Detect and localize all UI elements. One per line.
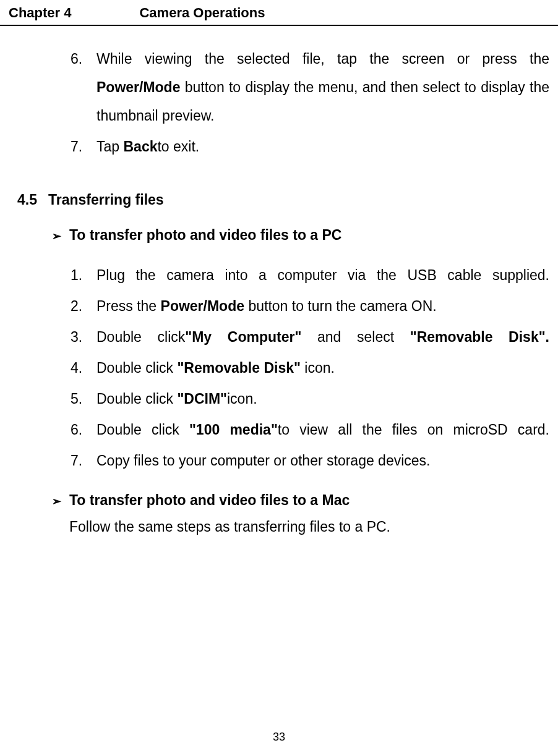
list-item: 7. Copy files to your computer or other … — [71, 446, 549, 475]
text-fragment: Tap — [97, 138, 123, 155]
subsection-title: To transfer photo and video files to a M… — [69, 492, 350, 509]
page-number: 33 — [0, 731, 558, 744]
list-item: 2. Press the Power/Mode button to turn t… — [71, 292, 549, 320]
list-item: 6. While viewing the selected file, tap … — [71, 45, 549, 130]
list-item: 1. Plug the camera into a computer via t… — [71, 261, 549, 289]
section-heading: 4.5 Transferring files — [17, 192, 549, 208]
list-number: 7. — [71, 446, 97, 475]
bold-text: "Removable Disk". — [410, 329, 549, 345]
list-number: 3. — [71, 323, 97, 351]
subsection-title: To transfer photo and video files to a P… — [69, 227, 341, 244]
text-fragment: Double click — [97, 391, 177, 407]
bold-text: Power/Mode — [161, 298, 244, 314]
section-number: 4.5 — [17, 192, 43, 208]
list-item: 5. Double click "DCIM"icon. — [71, 384, 549, 413]
list-text: Double click "Removable Disk" icon. — [97, 354, 549, 382]
bold-text: "Removable Disk" — [177, 360, 301, 376]
text-fragment: icon. — [301, 360, 335, 376]
list-item: 6. Double click "100 media"to view all t… — [71, 415, 549, 444]
subsection-heading: ➢ To transfer photo and video files to a… — [52, 227, 549, 244]
arrow-icon: ➢ — [52, 229, 69, 243]
text-fragment: Double click — [97, 329, 185, 345]
text-fragment: While viewing the selected file, tap the… — [97, 51, 549, 67]
text-fragment: icon. — [227, 391, 257, 407]
list-number: 5. — [71, 384, 97, 413]
list-number: 7. — [71, 132, 97, 161]
list-number: 2. — [71, 292, 97, 320]
bold-text: "My Computer" — [185, 329, 301, 345]
subsection-heading: ➢ To transfer photo and video files to a… — [52, 492, 549, 509]
chapter-title: Camera Operations — [139, 5, 265, 21]
text-fragment: Double click — [97, 422, 189, 438]
list-text: While viewing the selected file, tap the… — [97, 45, 549, 130]
text-fragment: to exit. — [157, 138, 199, 155]
list-item: 7. Tap Backto exit. — [71, 132, 549, 161]
chapter-label: Chapter 4 — [9, 5, 71, 21]
text-fragment: button to turn the camera ON. — [244, 298, 437, 314]
list-text: Double click"My Computer" and select "Re… — [97, 323, 549, 351]
bold-text: "DCIM" — [177, 391, 227, 407]
page-content: 6. While viewing the selected file, tap … — [0, 45, 558, 541]
list-text: Double click "DCIM"icon. — [97, 384, 549, 413]
list-text: Tap Backto exit. — [97, 132, 549, 161]
page-header: Chapter 4 Camera Operations — [0, 0, 558, 26]
text-fragment: Double click — [97, 360, 177, 376]
bold-text: Back — [123, 138, 157, 155]
list-text: Press the Power/Mode button to turn the … — [97, 292, 549, 320]
list-number: 1. — [71, 261, 97, 289]
list-text: Copy files to your computer or other sto… — [97, 446, 549, 475]
arrow-icon: ➢ — [52, 495, 69, 508]
list-number: 4. — [71, 354, 97, 382]
bold-text: "100 media" — [189, 422, 278, 438]
section-title: Transferring files — [48, 192, 164, 208]
text-fragment: to view all the files on microSD card. — [278, 422, 549, 438]
list-number: 6. — [71, 415, 97, 444]
text-fragment: and select — [301, 329, 410, 345]
list-item: 4. Double click "Removable Disk" icon. — [71, 354, 549, 382]
list-text: Double click "100 media"to view all the … — [97, 415, 549, 444]
text-fragment: Press the — [97, 298, 161, 314]
list-text: Plug the camera into a computer via the … — [97, 261, 549, 289]
body-text: Follow the same steps as transferring fi… — [69, 512, 549, 541]
list-number: 6. — [71, 45, 97, 130]
bold-text: Power/Mode — [97, 79, 180, 95]
list-item: 3. Double click"My Computer" and select … — [71, 323, 549, 351]
